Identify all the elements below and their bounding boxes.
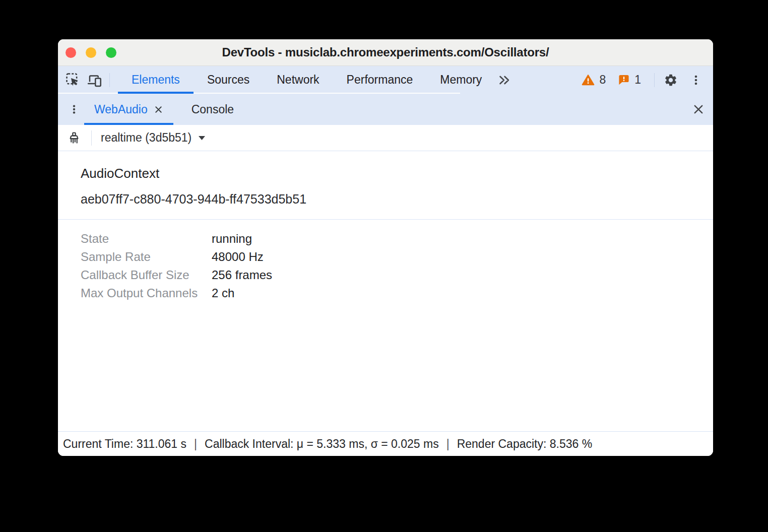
more-panels-icon[interactable] bbox=[496, 72, 513, 88]
toolbar-divider bbox=[654, 73, 655, 87]
tab-webaudio-label: WebAudio bbox=[94, 103, 148, 116]
tab-memory[interactable]: Memory bbox=[426, 66, 495, 94]
zoom-window-button[interactable] bbox=[106, 47, 116, 58]
clear-broom-icon[interactable] bbox=[66, 130, 82, 146]
table-row: Callback Buffer Size 256 frames bbox=[81, 266, 690, 284]
toolbar-divider bbox=[91, 130, 92, 146]
devtools-window: DevTools - musiclab.chromeexperiments.co… bbox=[58, 39, 713, 456]
issues-badge[interactable]: 1 bbox=[618, 73, 641, 87]
property-value: 256 frames bbox=[212, 268, 272, 282]
main-menu-kebab-icon[interactable] bbox=[688, 72, 704, 88]
context-properties: State running Sample Rate 48000 Hz Callb… bbox=[81, 230, 690, 302]
context-selector-label: realtime (3d5b51) bbox=[101, 131, 191, 145]
tab-webaudio-close-icon[interactable] bbox=[154, 105, 163, 114]
status-bar: Current Time: 311.061 s | Callback Inter… bbox=[58, 431, 713, 456]
context-type-heading: AudioContext bbox=[81, 165, 690, 182]
settings-gear-icon[interactable] bbox=[663, 72, 679, 88]
tab-elements[interactable]: Elements bbox=[118, 66, 194, 94]
tab-webaudio[interactable]: WebAudio bbox=[84, 94, 173, 125]
issue-count: 1 bbox=[634, 73, 641, 87]
main-toolbar: Elements Sources Network Performance Mem… bbox=[58, 66, 713, 94]
drawer-toolbar: WebAudio Console bbox=[58, 94, 713, 125]
table-row: State running bbox=[81, 230, 690, 248]
titlebar: DevTools - musiclab.chromeexperiments.co… bbox=[58, 39, 713, 66]
property-value: 48000 Hz bbox=[212, 250, 264, 264]
traffic-lights bbox=[66, 39, 116, 65]
tab-sources[interactable]: Sources bbox=[194, 66, 263, 94]
drawer-menu-kebab-icon[interactable] bbox=[66, 101, 82, 117]
tab-network[interactable]: Network bbox=[263, 66, 333, 94]
status-separator: | bbox=[194, 437, 197, 451]
content-divider bbox=[58, 219, 713, 220]
toolbar-divider bbox=[109, 73, 110, 87]
webaudio-content: AudioContext aeb07ff7-c880-4703-944b-ff4… bbox=[58, 151, 713, 431]
property-label: State bbox=[81, 232, 212, 246]
status-separator: | bbox=[446, 437, 450, 451]
property-label: Sample Rate bbox=[81, 250, 212, 264]
status-current-time: Current Time: 311.061 s bbox=[63, 437, 186, 451]
warning-count: 8 bbox=[599, 73, 606, 87]
toolbar-right-cluster: 8 1 bbox=[582, 72, 704, 88]
property-label: Max Output Channels bbox=[81, 286, 212, 300]
context-id: aeb07ff7-c880-4703-944b-ff47533d5b51 bbox=[81, 191, 690, 207]
issues-icon bbox=[618, 74, 630, 86]
warnings-badge[interactable]: 8 bbox=[582, 73, 606, 87]
tab-console-label: Console bbox=[191, 103, 234, 116]
tab-console[interactable]: Console bbox=[181, 94, 244, 125]
panel-tabs: Elements Sources Network Performance Mem… bbox=[118, 66, 495, 94]
drawer-close-icon[interactable] bbox=[690, 101, 707, 118]
property-value: running bbox=[212, 232, 252, 246]
close-window-button[interactable] bbox=[66, 47, 76, 58]
table-row: Sample Rate 48000 Hz bbox=[81, 248, 690, 266]
status-render-capacity: Render Capacity: 8.536 % bbox=[457, 437, 593, 451]
tab-performance[interactable]: Performance bbox=[333, 66, 427, 94]
window-title: DevTools - musiclab.chromeexperiments.co… bbox=[222, 45, 549, 59]
context-selector-dropdown[interactable]: realtime (3d5b51) bbox=[101, 131, 205, 145]
inspect-icon[interactable] bbox=[65, 72, 81, 88]
triangle-down-icon bbox=[199, 136, 205, 140]
property-value: 2 ch bbox=[212, 286, 234, 300]
webaudio-toolbar: realtime (3d5b51) bbox=[58, 125, 713, 151]
device-toolbar-icon[interactable] bbox=[86, 72, 102, 88]
table-row: Max Output Channels 2 ch bbox=[81, 284, 690, 302]
property-label: Callback Buffer Size bbox=[81, 268, 212, 282]
minimize-window-button[interactable] bbox=[86, 47, 96, 58]
warning-icon bbox=[582, 74, 595, 87]
status-callback-interval: Callback Interval: μ = 5.333 ms, σ = 0.0… bbox=[205, 437, 439, 451]
